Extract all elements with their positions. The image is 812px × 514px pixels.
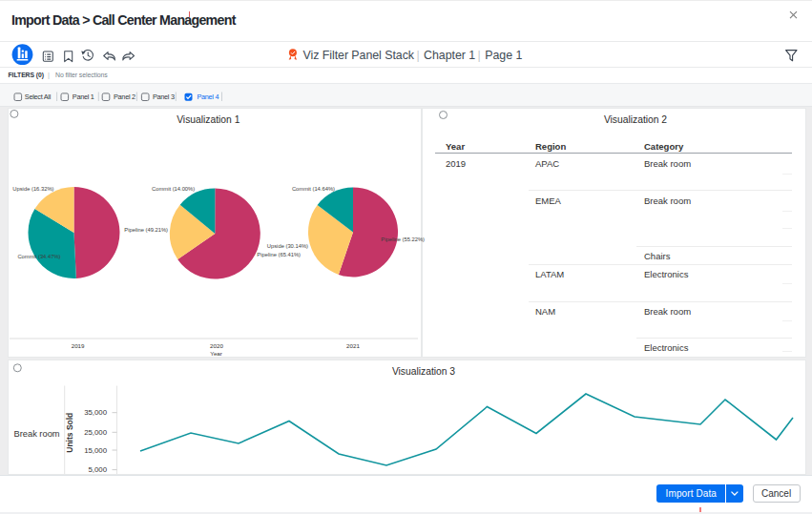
svg-text:Commit (14.00%): Commit (14.00%) bbox=[152, 186, 195, 192]
svg-text:15,000: 15,000 bbox=[84, 446, 108, 455]
svg-text:Visualization 3: Visualization 3 bbox=[392, 366, 455, 377]
svg-text:2019: 2019 bbox=[72, 342, 85, 349]
svg-text:Upside (30.14%): Upside (30.14%) bbox=[267, 243, 308, 249]
svg-text:Units Sold: Units Sold bbox=[65, 413, 74, 453]
svg-text:Visualization 2: Visualization 2 bbox=[604, 114, 667, 125]
svg-text:Upside (16.32%): Upside (16.32%) bbox=[12, 186, 53, 192]
svg-text:35,000: 35,000 bbox=[84, 408, 108, 417]
svg-text:25,000: 25,000 bbox=[84, 428, 108, 437]
svg-text:5,000: 5,000 bbox=[88, 465, 107, 474]
svg-text:Commit (14.64%): Commit (14.64%) bbox=[292, 186, 335, 192]
svg-text:Commit (34.47%): Commit (34.47%) bbox=[17, 254, 60, 259]
svg-text:Visualization 1: Visualization 1 bbox=[177, 114, 239, 125]
svg-text:2021: 2021 bbox=[346, 342, 360, 349]
svg-text:Pipeline (65.41%): Pipeline (65.41%) bbox=[257, 252, 301, 257]
svg-text:Pipeline (55.22%): Pipeline (55.22%) bbox=[381, 236, 425, 242]
svg-text:2020: 2020 bbox=[210, 342, 223, 349]
svg-text:Pipeline (49.21%): Pipeline (49.21%) bbox=[124, 227, 168, 233]
svg-text:Break room: Break room bbox=[14, 429, 60, 439]
svg-text:Year: Year bbox=[210, 350, 222, 357]
